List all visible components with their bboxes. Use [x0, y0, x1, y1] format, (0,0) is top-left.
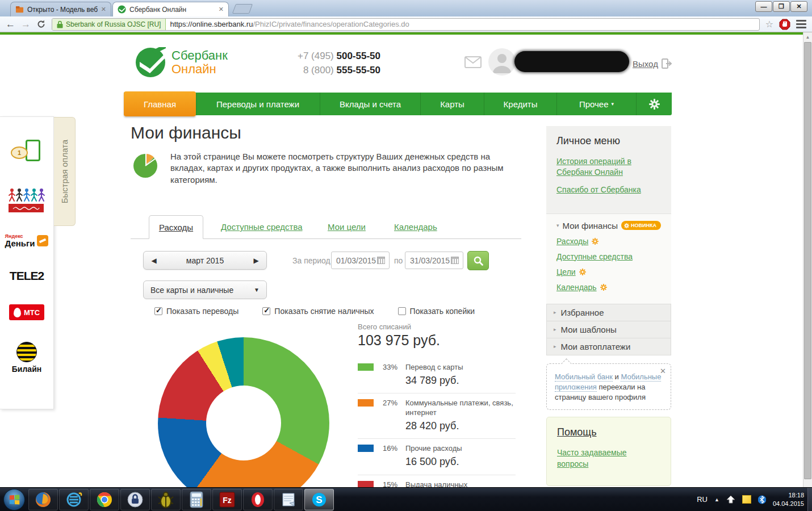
- tab-kalendar[interactable]: Календарь: [394, 222, 437, 232]
- window-close-button[interactable]: ✕: [790, 1, 807, 12]
- nav-item-karty[interactable]: Карты: [421, 93, 484, 115]
- logout-link[interactable]: Выход: [633, 58, 672, 69]
- search-button[interactable]: [467, 251, 489, 270]
- taskbar-opera[interactable]: [243, 489, 273, 510]
- browser-menu-icon[interactable]: [796, 20, 806, 28]
- start-button[interactable]: [3, 489, 25, 510]
- finances-section-header[interactable]: ▾ Мои финансы новинка: [556, 221, 661, 231]
- sberbank-logo[interactable]: СбербанкОнлайн: [135, 47, 228, 78]
- link-spasibo[interactable]: Спасибо от Сбербанка: [556, 185, 661, 195]
- menu-link-dostupnye[interactable]: Доступные средства: [556, 252, 661, 261]
- hidden-icons-arrow[interactable]: ▲: [714, 497, 719, 502]
- tab-close-icon[interactable]: ✕: [219, 6, 224, 13]
- opera-icon: [250, 491, 266, 508]
- taskbar-chrome[interactable]: [90, 489, 119, 510]
- nav-item-kredity[interactable]: Кредиты: [484, 93, 557, 115]
- quickpay-beeline-logo[interactable]: Билайн: [12, 342, 41, 374]
- quickpay-yandex-money-logo[interactable]: ЯндексДеньги: [5, 234, 49, 248]
- address-bar[interactable]: Sberbank of Russia OJSC [RU] https://onl…: [52, 18, 760, 31]
- logo-text-line1: Сбербанк: [171, 49, 228, 62]
- legend-item[interactable]: 16% Прочие расходы 16 500 руб.: [358, 438, 516, 474]
- faq-link[interactable]: Часто задаваемые вопросы: [557, 447, 631, 470]
- checkbox-icon[interactable]: [262, 307, 270, 315]
- window-restore-button[interactable]: ❐: [773, 1, 790, 12]
- calendar-icon[interactable]: [451, 257, 459, 264]
- taskbar-ie[interactable]: [59, 489, 89, 510]
- close-icon[interactable]: ✕: [660, 366, 666, 376]
- link-operation-history[interactable]: История операций в Сбербанк Онлайн: [556, 156, 661, 178]
- nav-settings-gear[interactable]: [637, 93, 672, 115]
- menu-link-rashody[interactable]: Расходы: [556, 237, 661, 246]
- svg-text:S: S: [316, 495, 322, 505]
- tab-dostupnye-sredstva[interactable]: Доступные средства: [221, 222, 303, 232]
- checkbox-show-kopecks[interactable]: Показать копейки: [398, 307, 475, 316]
- nav-item-perevody[interactable]: Переводы и платежи: [196, 93, 320, 115]
- new-tab-button[interactable]: [232, 4, 253, 14]
- nav-item-glavnaya[interactable]: Главная: [124, 91, 196, 116]
- tab-rashody[interactable]: Расходы: [149, 215, 203, 239]
- action-center-icon[interactable]: [726, 495, 735, 504]
- menu-link-celi[interactable]: Цели: [556, 267, 661, 277]
- account-filter-dropdown[interactable]: Все карты и наличные ▼: [143, 280, 267, 299]
- back-button[interactable]: ←: [6, 19, 15, 29]
- taskbar-bug-tool[interactable]: [151, 489, 181, 510]
- exit-icon: [662, 58, 672, 69]
- taskbar-filezilla[interactable]: Fz: [212, 489, 242, 510]
- nav-item-vklady[interactable]: Вклады и счета: [320, 93, 421, 115]
- scrollbar-thumb[interactable]: [804, 42, 811, 479]
- language-indicator[interactable]: RU: [697, 495, 708, 504]
- taskbar-firefox[interactable]: [28, 489, 58, 510]
- adblock-stop-icon[interactable]: [779, 19, 790, 30]
- quickpay-tele2-logo[interactable]: TELE2: [10, 269, 44, 283]
- calendar-icon[interactable]: [377, 257, 385, 264]
- checkbox-icon[interactable]: [398, 307, 406, 315]
- next-month-button[interactable]: ▶: [246, 257, 266, 265]
- quickpay-charity-logo[interactable]: [9, 187, 45, 212]
- window-minimize-button[interactable]: —: [755, 1, 772, 12]
- menu-link-kalendar[interactable]: Календарь: [556, 283, 661, 292]
- taskbar-calculator[interactable]: [182, 489, 211, 510]
- checkbox-show-transfers[interactable]: Показать переводы: [154, 307, 238, 316]
- taskbar-notepad[interactable]: [274, 489, 303, 510]
- bluetooth-icon[interactable]: [758, 495, 766, 504]
- legend-item[interactable]: 33% Перевод с карты 34 789 руб.: [358, 358, 516, 393]
- tab-moi-celi[interactable]: Мои цели: [328, 222, 366, 232]
- show-desktop-button[interactable]: [807, 488, 812, 511]
- nav-item-prochee[interactable]: Прочее▾: [557, 93, 637, 115]
- taskbar-clock[interactable]: 18:18 04.04.2015: [773, 491, 804, 508]
- quickpay-mobile-payment-logo[interactable]: 1: [11, 139, 43, 166]
- certificate-badge[interactable]: Sberbank of Russia OJSC [RU]: [52, 19, 166, 30]
- checkbox-show-cash-withdrawals[interactable]: Показать снятие наличных: [262, 307, 374, 316]
- taskbar-keepass[interactable]: [120, 489, 150, 510]
- period-label: За период: [292, 256, 330, 265]
- sticky-note-icon[interactable]: [742, 495, 751, 504]
- help-title[interactable]: Помощь: [557, 426, 597, 438]
- bookmark-star-icon[interactable]: ☆: [765, 19, 773, 30]
- tab-close-icon[interactable]: ✕: [101, 6, 106, 13]
- taskbar-skype[interactable]: S: [304, 489, 334, 510]
- accordion-shablony[interactable]: ▸Мои шаблоны: [547, 321, 671, 338]
- legend-item[interactable]: 27% Коммунальные платежи, связь, интерне…: [358, 393, 516, 438]
- mail-icon[interactable]: [464, 56, 482, 68]
- expenses-donut-chart[interactable]: [158, 337, 329, 487]
- browser-tab-sberbank[interactable]: Сбербанк Онлайн ✕: [112, 2, 229, 16]
- chart-legend: Всего списаний 103 975 руб. 33% Перевод …: [358, 322, 516, 487]
- checkbox-icon[interactable]: [154, 307, 162, 315]
- reload-button[interactable]: [36, 19, 46, 29]
- legend-swatch: [358, 445, 374, 452]
- quickpay-mts-logo[interactable]: МТС: [9, 304, 44, 320]
- forward-button[interactable]: →: [21, 19, 31, 29]
- browser-tab-other[interactable]: Открыто - Модель веб-с ✕: [10, 2, 111, 16]
- page-scrollbar[interactable]: ▲: [803, 32, 812, 487]
- legend-amount: 28 420 руб.: [405, 420, 516, 433]
- prev-month-button[interactable]: ◀: [144, 257, 164, 265]
- accordion-avtoplatezhi[interactable]: ▸Мои автоплатежи: [547, 338, 671, 355]
- scrollbar-up-arrow[interactable]: ▲: [803, 32, 812, 41]
- user-avatar[interactable]: [488, 48, 516, 76]
- accordion-izbrannoe[interactable]: ▸Избранное: [547, 304, 671, 321]
- tab-title: Открыто - Модель веб-с: [27, 6, 98, 14]
- quickpay-tab[interactable]: Быстрая оплата: [54, 117, 76, 226]
- mobile-bank-link[interactable]: Мобильный банк: [555, 372, 613, 382]
- legend-item[interactable]: 15% Выдача наличных 15 500 руб.: [358, 475, 516, 487]
- charity-banner: [9, 204, 44, 212]
